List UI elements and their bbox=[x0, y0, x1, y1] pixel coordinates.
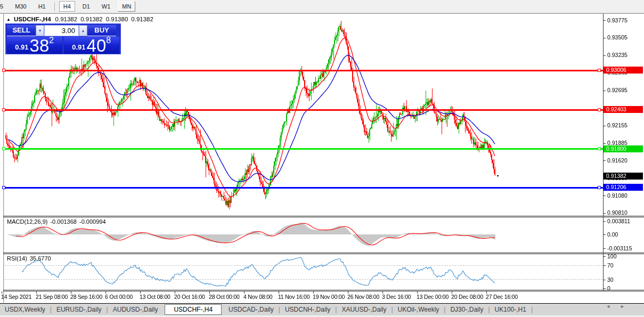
tab-scroll-arrows: ◄► bbox=[606, 304, 634, 309]
rsi-indicator-label: RSI(14)35.6770 bbox=[7, 255, 54, 262]
price-marker-hline-green: 0.91800 bbox=[604, 145, 643, 152]
timeframe-h1[interactable]: H1 bbox=[34, 2, 50, 11]
time-axis-label: 13 Dec 00:00 bbox=[417, 294, 449, 300]
volume-increase-icon[interactable]: ▲ bbox=[79, 25, 87, 36]
timeframe-h4[interactable]: H4 bbox=[59, 1, 75, 12]
ohlc-close: 0.91382 bbox=[131, 16, 153, 22]
time-axis-label: 27 Dec 16:00 bbox=[486, 294, 518, 300]
rsi-axis-tick: 70 bbox=[607, 262, 614, 269]
price-axis-tick: 0.91080 bbox=[607, 192, 627, 199]
time-axis-label: 11 Nov 16:00 bbox=[278, 294, 309, 300]
time-axis-label: 20 Oct 16:00 bbox=[174, 294, 205, 300]
time-axis-label: 28 Sep 16:00 bbox=[70, 294, 102, 300]
time-axis-label: 20 Dec 08:00 bbox=[451, 294, 483, 300]
chart-info-line: ▲USDCHF-,H40.913820.913820.913800.91382 bbox=[6, 16, 157, 22]
time-axis-label: 19 Nov 00:00 bbox=[313, 294, 345, 300]
timeframe-w1[interactable]: W1 bbox=[97, 2, 115, 11]
macd-indicator-label: MACD(12,26,9)-0.001368-0.000994 bbox=[7, 218, 109, 225]
timeframe-toolbar: 15M30H1H4D1W1MN bbox=[0, 0, 644, 13]
price-axis-tick: 0.92695 bbox=[607, 87, 627, 94]
price-axis-tick: 0.93775 bbox=[607, 17, 627, 24]
rsi-value: 35.6770 bbox=[30, 255, 51, 262]
ohlc-high: 0.91382 bbox=[80, 16, 103, 22]
rsi-axis-tick: 0 bbox=[607, 285, 610, 292]
chart-tab[interactable]: XAUUSD-,Daily bbox=[337, 306, 391, 313]
tab-scroll-right-icon[interactable]: ► bbox=[620, 304, 634, 309]
price-axis-tick: 0.93235 bbox=[607, 52, 627, 59]
price-marker-hline-red-lower: 0.92403 bbox=[604, 106, 643, 113]
sell-price-display[interactable]: 0.91 38 2 bbox=[7, 37, 62, 54]
time-axis-label: 21 Sep 08:00 bbox=[36, 294, 68, 300]
sell-button[interactable]: SELL bbox=[7, 25, 36, 36]
volume-decrease-icon[interactable]: ▼ bbox=[36, 25, 44, 36]
chart-tab[interactable]: AUDUSD-,Daily bbox=[108, 306, 163, 313]
macd-axis-tick: 0.003811 bbox=[607, 218, 630, 225]
time-axis-label: 26 Nov 08:00 bbox=[347, 294, 379, 300]
one-click-trading-panel: SELL ▼ ▲ BUY 0.91 38 2 0.91 40 8 bbox=[5, 23, 121, 54]
toolbar-divider bbox=[54, 2, 55, 11]
sell-price-pips: 38 bbox=[30, 38, 50, 53]
price-axis-tick: 0.91620 bbox=[607, 157, 627, 164]
price-marker-hline-red-upper: 0.93006 bbox=[604, 67, 643, 74]
chart-symbol-title: USDCHF-,H4 bbox=[14, 16, 51, 22]
chart-tab[interactable]: UKOil-,Weekly bbox=[393, 306, 444, 313]
timeframe-15[interactable]: 15 bbox=[0, 2, 7, 11]
chart-tab[interactable]: DJ30-,Daily bbox=[445, 306, 488, 313]
price-axis-tick: 0.92155 bbox=[607, 122, 627, 129]
macd-axis-tick: -0.003115 bbox=[607, 245, 632, 252]
volume-input[interactable] bbox=[44, 25, 79, 36]
buy-price-prefix: 0.91 bbox=[72, 43, 85, 51]
time-axis-label: 14 Sep 2021 bbox=[1, 294, 31, 300]
buy-price-pips: 40 bbox=[87, 38, 107, 53]
rsi-axis-tick: 100 bbox=[607, 253, 617, 260]
buy-price-point: 8 bbox=[106, 36, 111, 45]
time-axis-label: 3 Dec 16:00 bbox=[382, 294, 411, 300]
timeframe-d1[interactable]: D1 bbox=[78, 2, 94, 11]
macd-main-value: -0.001368 bbox=[50, 218, 77, 225]
tab-scroll-left-icon[interactable]: ◄ bbox=[606, 304, 620, 309]
price-axis-tick: 0.90810 bbox=[607, 209, 627, 216]
time-axis-label: 13 Oct 08:00 bbox=[140, 294, 170, 300]
price-marker-current-bid: 0.91382 bbox=[604, 173, 643, 180]
timeframe-mn[interactable]: MN bbox=[118, 1, 135, 12]
ohlc-open: 0.91382 bbox=[55, 16, 78, 22]
chart-tab[interactable]: USDCAD-,Daily bbox=[224, 306, 279, 313]
time-axis-label: 6 Oct 00:00 bbox=[105, 294, 133, 300]
macd-axis-tick: 0.00 bbox=[607, 231, 618, 238]
time-axis-label: 4 Nov 08:00 bbox=[243, 294, 272, 300]
mt4-window: 15M30H1H4D1W1MN ▲USDCHF-,H40.913820.9138… bbox=[0, 0, 644, 317]
timeframe-m30[interactable]: M30 bbox=[11, 2, 30, 11]
chart-tab[interactable]: UK100-,H1 bbox=[490, 306, 531, 313]
buy-price-display[interactable]: 0.91 40 8 bbox=[64, 37, 120, 54]
tab-separator: | bbox=[531, 306, 533, 313]
chart-tab[interactable]: USDCHF-,H4 bbox=[165, 304, 222, 315]
chart-tab-bar: USDX,Weekly|EURUSD-,Daily|AUDUSD-,DailyU… bbox=[0, 303, 644, 315]
rsi-axis-tick: 30 bbox=[607, 277, 614, 283]
chart-tab[interactable]: USDX,Weekly bbox=[0, 306, 50, 313]
collapse-chart-icon[interactable]: ▲ bbox=[6, 17, 11, 22]
price-marker-hline-blue: 0.91206 bbox=[604, 184, 643, 191]
buy-button[interactable]: BUY bbox=[87, 25, 116, 36]
price-axis-tick: 0.93505 bbox=[607, 34, 627, 41]
chart-tab[interactable]: EURUSD-,Daily bbox=[52, 306, 107, 313]
chart-tab[interactable]: USDCNH-,Daily bbox=[280, 306, 335, 313]
sell-price-point: 2 bbox=[49, 36, 54, 45]
time-axis-label: 28 Oct 00:00 bbox=[209, 294, 240, 300]
ohlc-low: 0.91380 bbox=[106, 16, 128, 22]
rsi-name: RSI(14) bbox=[7, 255, 27, 262]
macd-signal-value: -0.000994 bbox=[79, 218, 106, 225]
sell-price-prefix: 0.91 bbox=[15, 43, 28, 51]
macd-name: MACD(12,26,9) bbox=[7, 218, 47, 225]
